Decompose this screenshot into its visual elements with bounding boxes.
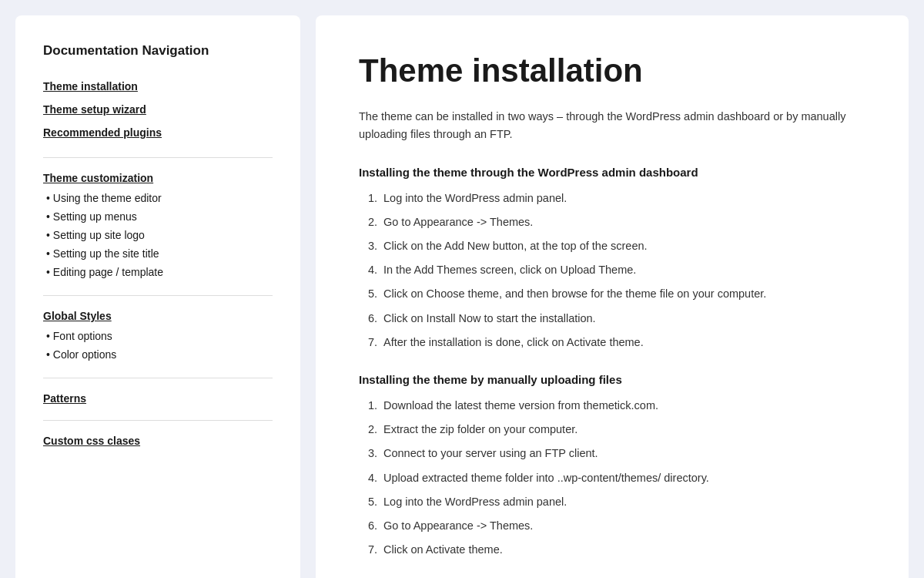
sidebar: Documentation Navigation Theme installat…	[15, 15, 300, 578]
nav-divider-1	[43, 157, 273, 158]
section-heading-1: Installing the theme through the WordPre…	[359, 166, 865, 179]
sidebar-subitem-color-options[interactable]: Color options	[46, 348, 273, 361]
sidebar-subitem-site-title[interactable]: Setting up the site title	[46, 247, 273, 260]
sidebar-item-global-styles[interactable]: Global Styles	[43, 310, 273, 322]
sidebar-item-patterns[interactable]: Patterns	[43, 392, 273, 405]
sidebar-item-custom-css[interactable]: Custom css clases	[43, 435, 273, 447]
step-item: In the Add Themes screen, click on Uploa…	[380, 261, 865, 279]
sidebar-subitem-font-options[interactable]: Font options	[46, 330, 273, 342]
step-item: After the installation is done, click on…	[380, 334, 865, 351]
step-item: Click on Activate theme.	[380, 541, 865, 559]
step-item: Go to Appearance -> Themes.	[380, 213, 865, 231]
sidebar-item-theme-setup-wizard[interactable]: Theme setup wizard	[43, 103, 273, 116]
theme-customization-subnav: Using the theme editor Setting up menus …	[43, 192, 273, 284]
section-heading-2: Installing the theme by manually uploadi…	[359, 373, 865, 386]
step-item: Click on the Add New button, at the top …	[380, 237, 865, 255]
nav-divider-2	[43, 295, 273, 296]
main-content: Theme installation The theme can be inst…	[316, 15, 909, 578]
nav-divider-4	[43, 420, 273, 421]
page-layout: Documentation Navigation Theme installat…	[0, 0, 924, 578]
steps-list-1: Log into the WordPress admin panel. Go t…	[359, 190, 865, 351]
page-title: Theme installation	[359, 52, 865, 89]
step-item: Log into the WordPress admin panel.	[380, 190, 865, 207]
step-item: Connect to your server using an FTP clie…	[380, 445, 865, 462]
sidebar-subitem-menus[interactable]: Setting up menus	[46, 210, 273, 223]
sidebar-item-recommended-plugins[interactable]: Recommended plugins	[43, 126, 273, 139]
step-item: Click on Install Now to start the instal…	[380, 310, 865, 328]
sidebar-subitem-theme-editor[interactable]: Using the theme editor	[46, 192, 273, 204]
step-item: Download the latest theme version from t…	[380, 397, 865, 415]
step-item: Click on Choose theme, and then browse f…	[380, 285, 865, 303]
step-item: Log into the WordPress admin panel.	[380, 493, 865, 511]
sidebar-item-theme-installation[interactable]: Theme installation	[43, 80, 273, 92]
step-item: Upload extracted theme folder into ..wp-…	[380, 469, 865, 487]
nav-divider-3	[43, 378, 273, 378]
global-styles-subnav: Font options Color options	[43, 330, 273, 367]
sidebar-subitem-site-logo[interactable]: Setting up site logo	[46, 229, 273, 241]
intro-paragraph: The theme can be installed in two ways –…	[359, 108, 865, 143]
sidebar-title: Documentation Navigation	[43, 43, 273, 59]
step-item: Extract the zip folder on your computer.	[380, 421, 865, 439]
sidebar-item-theme-customization[interactable]: Theme customization	[43, 172, 273, 184]
step-item: Go to Appearance -> Themes.	[380, 517, 865, 535]
steps-list-2: Download the latest theme version from t…	[359, 397, 865, 559]
sidebar-subitem-editing-page[interactable]: Editing page / template	[46, 266, 273, 278]
